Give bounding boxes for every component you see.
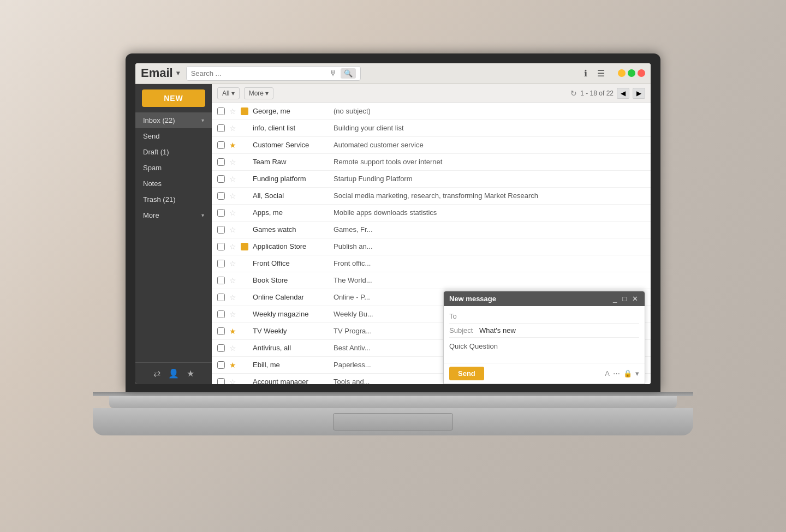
- email-star-16[interactable]: ☆: [229, 378, 236, 384]
- menu-button[interactable]: ☰: [595, 67, 607, 80]
- sidebar-item-draft[interactable]: Draft (1): [135, 144, 212, 160]
- email-star-8[interactable]: ☆: [229, 242, 236, 251]
- titlebar: Email ▾ 🎙 🔍 ℹ ☰: [135, 63, 651, 84]
- email-checkbox-4[interactable]: [217, 175, 225, 183]
- info-button[interactable]: ℹ: [582, 67, 590, 80]
- sidebar-inbox-label: Inbox (22): [143, 116, 175, 124]
- table-row[interactable]: ☆ info, client list Building your client…: [212, 120, 651, 137]
- popup-more-icon[interactable]: ▾: [635, 369, 639, 378]
- all-filter-button[interactable]: All ▾: [217, 87, 240, 99]
- table-row[interactable]: ☆ Apps, me Mobile apps downloads statist…: [212, 205, 651, 222]
- table-row[interactable]: ☆ George, me (no subject): [212, 103, 651, 120]
- email-checkbox-0[interactable]: [217, 107, 225, 115]
- email-star-6[interactable]: ☆: [229, 208, 236, 217]
- email-checkbox-5[interactable]: [217, 192, 225, 200]
- more-filter-button[interactable]: More ▾: [244, 87, 274, 99]
- email-checkbox-15[interactable]: [217, 361, 225, 369]
- sidebar-item-send[interactable]: Send: [135, 128, 212, 144]
- app-title-dropdown[interactable]: ▾: [176, 69, 180, 77]
- email-star-15[interactable]: ★: [229, 361, 236, 369]
- popup-close-button[interactable]: ✕: [631, 295, 639, 303]
- refresh-icon[interactable]: ↻: [570, 89, 577, 98]
- email-star-9[interactable]: ☆: [229, 259, 236, 268]
- table-row[interactable]: ☆ Games watch Games, Fr...: [212, 222, 651, 238]
- popup-minimize-button[interactable]: _: [612, 295, 618, 303]
- popup-to-input[interactable]: [479, 312, 639, 320]
- email-checkbox-11[interactable]: [217, 294, 225, 301]
- sidebar-item-notes[interactable]: Notes: [135, 176, 212, 192]
- prev-page-button[interactable]: ◀: [617, 88, 629, 99]
- email-checkbox-1[interactable]: [217, 124, 225, 132]
- email-star-13[interactable]: ★: [229, 327, 236, 336]
- email-subject-8: Publish an...: [334, 242, 645, 250]
- table-row[interactable]: ☆ Book Store The World...: [212, 272, 651, 289]
- email-star-14[interactable]: ☆: [229, 344, 236, 352]
- table-row[interactable]: ☆ Application Store Publish an...: [212, 238, 651, 255]
- email-star-0[interactable]: ☆: [229, 107, 236, 116]
- popup-attach-icon[interactable]: ⋯: [613, 369, 620, 378]
- email-star-2[interactable]: ★: [229, 141, 236, 150]
- email-checkbox-10[interactable]: [217, 277, 225, 284]
- email-star-11[interactable]: ☆: [229, 293, 236, 302]
- trackpad[interactable]: [333, 413, 453, 431]
- popup-lock-icon[interactable]: 🔒: [623, 369, 632, 378]
- email-checkbox-2[interactable]: [217, 141, 225, 149]
- send-button[interactable]: Send: [449, 367, 484, 380]
- sidebar-transfer-icon[interactable]: ⇄: [153, 368, 160, 379]
- sidebar-item-more[interactable]: More ▾: [135, 207, 212, 223]
- email-sender-9: Front Office: [253, 259, 329, 267]
- email-checkbox-12[interactable]: [217, 310, 225, 318]
- email-star-3[interactable]: ☆: [229, 158, 236, 166]
- email-checkbox-6[interactable]: [217, 209, 225, 217]
- close-button[interactable]: ✕: [638, 69, 645, 77]
- email-dot-5: [241, 192, 248, 200]
- email-star-7[interactable]: ☆: [229, 225, 236, 234]
- email-star-1[interactable]: ☆: [229, 124, 236, 133]
- email-star-10[interactable]: ☆: [229, 276, 236, 285]
- email-sender-4: Funding platform: [253, 175, 329, 183]
- titlebar-right: ℹ ☰ _ □ ✕: [582, 67, 645, 80]
- sidebar-inbox-arrow: ▾: [201, 117, 204, 123]
- laptop-base: [93, 408, 693, 435]
- new-email-button[interactable]: NEW: [142, 89, 205, 107]
- popup-format-icon[interactable]: A: [605, 369, 610, 378]
- email-star-5[interactable]: ☆: [229, 192, 236, 200]
- email-checkbox-13[interactable]: [217, 327, 225, 335]
- table-row[interactable]: ☆ Funding platform Startup Funding Platf…: [212, 171, 651, 188]
- email-sender-7: Games watch: [253, 225, 329, 234]
- email-dot-2: [241, 141, 248, 149]
- email-dot-16: [241, 378, 248, 384]
- maximize-button[interactable]: □: [628, 69, 635, 77]
- email-sender-13: TV Weekly: [253, 327, 329, 335]
- popup-message-body[interactable]: Quick Question: [449, 338, 639, 360]
- next-page-button[interactable]: ▶: [633, 88, 645, 99]
- table-row[interactable]: ★ Customer Service Automated customer se…: [212, 137, 651, 154]
- search-input[interactable]: [191, 69, 326, 77]
- email-sender-16: Account manager: [253, 378, 329, 384]
- table-row[interactable]: ☆ All, Social Social media marketing, re…: [212, 188, 651, 205]
- email-checkbox-14[interactable]: [217, 344, 225, 352]
- email-sender-3: Team Raw: [253, 158, 329, 166]
- email-checkbox-16[interactable]: [217, 378, 225, 384]
- email-sender-6: Apps, me: [253, 208, 329, 217]
- popup-maximize-button[interactable]: □: [621, 295, 628, 303]
- sidebar-item-inbox[interactable]: Inbox (22) ▾: [135, 112, 212, 128]
- sidebar-item-spam[interactable]: Spam: [135, 160, 212, 176]
- email-subject-5: Social media marketing, research, transf…: [334, 192, 645, 200]
- search-button[interactable]: 🔍: [341, 68, 356, 79]
- email-checkbox-3[interactable]: [217, 158, 225, 166]
- email-star-12[interactable]: ☆: [229, 310, 236, 319]
- email-star-4[interactable]: ☆: [229, 175, 236, 183]
- email-checkbox-8[interactable]: [217, 243, 225, 250]
- minimize-button[interactable]: _: [618, 69, 626, 77]
- sidebar-favorites-icon[interactable]: ★: [187, 368, 194, 379]
- sidebar-contacts-icon[interactable]: 👤: [168, 368, 179, 379]
- email-dot-0: [241, 107, 248, 115]
- email-checkbox-9[interactable]: [217, 260, 225, 267]
- email-sender-1: info, client list: [253, 124, 329, 132]
- table-row[interactable]: ☆ Team Raw Remote support tools over int…: [212, 154, 651, 171]
- popup-footer-icons: A ⋯ 🔒 ▾: [605, 369, 639, 378]
- email-checkbox-7[interactable]: [217, 226, 225, 234]
- table-row[interactable]: ☆ Front Office Front offic...: [212, 255, 651, 272]
- sidebar-item-trash[interactable]: Trash (21): [135, 192, 212, 207]
